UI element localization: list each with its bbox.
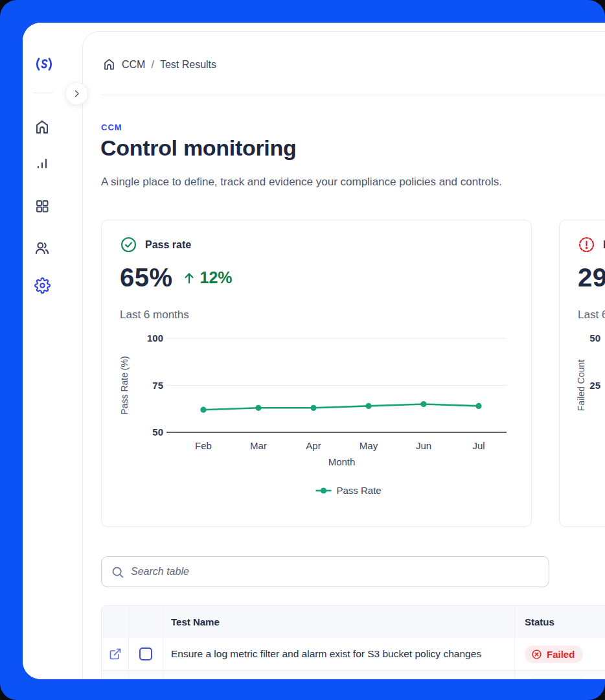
pass-rate-chart: 5075100Pass Rate (%)FebMarAprMayJunJulMo…	[102, 331, 532, 525]
status-badge: Failed	[525, 646, 583, 663]
arrow-up-icon	[182, 271, 196, 285]
breadcrumb: CCM / Test Results	[102, 58, 216, 71]
header-test-name: Test Name	[163, 606, 515, 638]
chevron-right-icon	[72, 89, 82, 99]
sidebar	[23, 23, 82, 679]
fail-count-card: Fail count 29 Last 6 months 2550Failed C…	[559, 220, 605, 527]
sprinto-logo[interactable]	[33, 53, 55, 75]
sidebar-item-apps[interactable]	[33, 197, 51, 215]
row-checkbox[interactable]	[139, 648, 152, 660]
users-icon	[34, 240, 51, 257]
pass-rate-label: Pass rate	[145, 239, 191, 251]
svg-text:Jun: Jun	[416, 440, 431, 451]
table-header-row: Test Name Status	[102, 606, 605, 638]
sidebar-item-home[interactable]	[33, 118, 51, 136]
home-icon[interactable]	[102, 58, 116, 71]
status-cell: Failed	[515, 638, 605, 670]
svg-text:Month: Month	[328, 456, 356, 467]
gear-icon	[34, 277, 51, 294]
alert-circle-icon	[578, 236, 595, 253]
bar-chart-icon	[34, 156, 50, 171]
svg-text:Apr: Apr	[306, 440, 321, 451]
page-subtitle: A single place to define, track and evid…	[101, 176, 502, 189]
table-row: IAM users should not have IAM policies a…	[102, 670, 605, 679]
svg-text:100: 100	[147, 332, 163, 344]
open-test-button[interactable]	[102, 671, 129, 679]
main-panel: CCM / Test Results CCM Control monitorin…	[82, 31, 605, 679]
sidebar-item-people[interactable]	[33, 239, 51, 257]
test-results-table: Test Name Status Ensure a log metric fil…	[101, 605, 605, 679]
check-circle-icon	[120, 236, 137, 253]
test-name-cell: IAM users should not have IAM policies a…	[163, 671, 515, 679]
page-title: Control monitoring	[100, 135, 296, 161]
svg-text:25: 25	[589, 380, 600, 391]
header-select-col	[129, 606, 163, 638]
pass-rate-value: 65%	[120, 263, 173, 292]
search-icon	[111, 565, 124, 579]
pass-rate-delta: 12%	[200, 268, 233, 287]
fail-count-value: 29	[578, 263, 605, 292]
header-open-col	[102, 606, 129, 638]
grid-icon	[34, 198, 50, 214]
svg-text:50: 50	[152, 426, 163, 438]
svg-text:75: 75	[152, 380, 163, 391]
module-eyebrow: CCM	[101, 122, 122, 132]
header-divider	[101, 95, 605, 95]
svg-text:May: May	[360, 440, 378, 451]
table-search	[101, 556, 549, 587]
table-row: Ensure a log metric filter and alarm exi…	[102, 638, 605, 670]
status-label: Failed	[547, 649, 575, 660]
svg-text:Feb: Feb	[195, 440, 212, 451]
sidebar-divider	[34, 93, 52, 93]
status-cell: Passed	[515, 671, 605, 679]
svg-text:Failed Count: Failed Count	[576, 360, 586, 411]
sidebar-item-settings[interactable]	[33, 276, 51, 294]
pass-rate-period: Last 6 months	[120, 309, 189, 321]
search-input[interactable]	[131, 566, 540, 578]
breadcrumb-section[interactable]: CCM	[122, 59, 145, 71]
external-link-icon	[109, 648, 122, 660]
svg-text:Pass Rate (%): Pass Rate (%)	[119, 356, 130, 414]
select-row-cell	[129, 638, 163, 670]
app-window: CCM / Test Results CCM Control monitorin…	[23, 23, 605, 679]
test-name-cell: Ensure a log metric filter and alarm exi…	[163, 638, 515, 670]
svg-text:Mar: Mar	[250, 440, 267, 451]
select-row-cell	[129, 671, 163, 679]
svg-text:50: 50	[589, 332, 600, 344]
fail-count-chart: 2550Failed Count	[560, 331, 605, 525]
breadcrumb-page[interactable]: Test Results	[160, 59, 216, 71]
svg-text:Pass Rate: Pass Rate	[337, 485, 382, 496]
x-circle-icon	[531, 649, 542, 660]
open-test-button[interactable]	[102, 638, 129, 670]
sidebar-expand-button[interactable]	[65, 82, 88, 105]
pass-rate-card: Pass rate 65% 12% Last 6 months 5075100P…	[101, 220, 532, 527]
status-badge: Passed	[525, 678, 589, 679]
svg-text:Jul: Jul	[472, 440, 485, 451]
header-status: Status	[515, 606, 605, 638]
breadcrumb-separator: /	[151, 59, 154, 71]
fail-count-period: Last 6 months	[578, 309, 605, 321]
app-frame: CCM / Test Results CCM Control monitorin…	[0, 0, 605, 700]
home-icon	[34, 119, 51, 135]
sidebar-item-analytics[interactable]	[33, 154, 51, 172]
